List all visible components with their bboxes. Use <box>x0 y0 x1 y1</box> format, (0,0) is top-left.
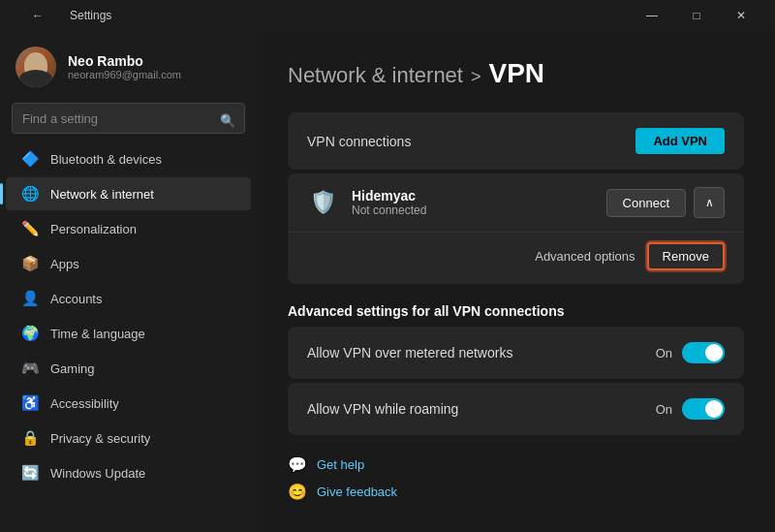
sidebar-item-apps[interactable]: 📦 Apps <box>6 247 251 280</box>
get-help-icon: 💬 <box>288 454 307 474</box>
sidebar-item-network[interactable]: 🌐 Network & internet <box>6 177 251 210</box>
avatar <box>16 47 56 87</box>
give-feedback-link[interactable]: 😊 Give feedback <box>288 482 744 501</box>
sidebar-item-gaming[interactable]: 🎮 Gaming <box>6 352 251 385</box>
vpn-advanced-row: Advanced options Remove <box>288 232 744 284</box>
personalization-icon: ✏️ <box>21 220 39 237</box>
vpn-connections-card: VPN connections Add VPN <box>288 112 744 170</box>
sidebar-item-label: Personalization <box>50 222 137 236</box>
app-title: Settings <box>70 9 111 22</box>
metered-toggle-status: On <box>656 346 672 360</box>
privacy-icon: 🔒 <box>21 429 39 447</box>
breadcrumb-separator: > <box>471 67 481 87</box>
window-controls: — □ ✕ <box>630 0 763 31</box>
vpn-item-main-row: 🛡️ Hidemyac Not connected Connect ∧ <box>288 173 744 232</box>
metered-network-label: Allow VPN over metered networks <box>307 345 512 360</box>
search-input[interactable] <box>12 103 245 134</box>
back-button[interactable]: ← <box>16 0 60 31</box>
user-profile[interactable]: Neo Rambo neoram969@gmail.com <box>0 31 257 99</box>
maximize-button[interactable]: □ <box>674 0 719 31</box>
sidebar-item-privacy[interactable]: 🔒 Privacy & security <box>6 422 251 454</box>
sidebar-item-label: Accessibility <box>50 396 119 411</box>
sidebar-item-label: Time & language <box>50 327 145 341</box>
sidebar-item-time[interactable]: 🌍 Time & language <box>6 317 251 350</box>
user-name: Neo Rambo <box>68 53 181 69</box>
metered-toggle-right: On <box>656 342 725 363</box>
sidebar-item-bluetooth[interactable]: 🔷 Bluetooth & devices <box>6 142 251 175</box>
sidebar-item-label: Windows Update <box>50 466 145 481</box>
roaming-row: Allow VPN while roaming On <box>288 383 744 435</box>
breadcrumb-parent: Network & internet <box>288 63 463 88</box>
content-area: Network & internet > VPN VPN connections… <box>257 31 775 532</box>
accessibility-icon: ♿ <box>21 394 39 412</box>
search-container: 🔍 <box>0 99 257 141</box>
roaming-toggle-right: On <box>656 398 725 420</box>
vpn-item-left: 🛡️ Hidemyac Not connected <box>307 187 426 218</box>
metered-network-row: Allow VPN over metered networks On <box>288 327 744 379</box>
vpn-item-info: Hidemyac Not connected <box>352 188 426 217</box>
close-button[interactable]: ✕ <box>719 0 763 31</box>
sidebar-item-label: Privacy & security <box>50 431 150 446</box>
vpn-status: Not connected <box>352 203 426 217</box>
sidebar: Neo Rambo neoram969@gmail.com 🔍 🔷 Blueto… <box>0 31 257 532</box>
get-help-link[interactable]: 💬 Get help <box>288 454 744 474</box>
titlebar-left: ← Settings <box>16 0 111 31</box>
user-info: Neo Rambo neoram969@gmail.com <box>68 53 181 80</box>
advanced-options-label: Advanced options <box>535 249 635 264</box>
page-header: Network & internet > VPN <box>288 58 744 89</box>
vpn-connections-row: VPN connections Add VPN <box>288 112 744 170</box>
accounts-icon: 👤 <box>21 290 39 307</box>
minimize-button[interactable]: — <box>630 0 674 31</box>
app-body: Neo Rambo neoram969@gmail.com 🔍 🔷 Blueto… <box>0 31 775 532</box>
vpn-shield-icon: 🛡️ <box>307 187 338 218</box>
network-icon: 🌐 <box>21 185 39 203</box>
get-help-label: Get help <box>317 457 364 472</box>
remove-button[interactable]: Remove <box>647 242 725 270</box>
chevron-up-icon: ∧ <box>705 196 714 209</box>
page-title: VPN <box>488 58 544 89</box>
add-vpn-button[interactable]: Add VPN <box>636 128 725 154</box>
help-links: 💬 Get help 😊 Give feedback <box>288 454 744 501</box>
sidebar-item-label: Bluetooth & devices <box>50 152 162 167</box>
sidebar-item-accounts[interactable]: 👤 Accounts <box>6 282 251 315</box>
gaming-icon: 🎮 <box>21 360 39 377</box>
sidebar-item-accessibility[interactable]: ♿ Accessibility <box>6 387 251 420</box>
sidebar-item-label: Apps <box>50 257 79 271</box>
apps-icon: 📦 <box>21 255 39 272</box>
sidebar-item-label: Gaming <box>50 361 95 376</box>
vpn-connections-label: VPN connections <box>307 134 411 149</box>
sidebar-item-label: Accounts <box>50 292 102 306</box>
sidebar-item-update[interactable]: 🔄 Windows Update <box>6 456 251 489</box>
give-feedback-label: Give feedback <box>317 485 397 499</box>
roaming-toggle-status: On <box>656 402 672 417</box>
roaming-label: Allow VPN while roaming <box>307 401 458 417</box>
update-icon: 🔄 <box>21 464 39 482</box>
user-email: neoram969@gmail.com <box>68 69 181 80</box>
sidebar-item-personalization[interactable]: ✏️ Personalization <box>6 212 251 245</box>
sidebar-item-label: Network & internet <box>50 187 154 202</box>
vpn-item-card: 🛡️ Hidemyac Not connected Connect ∧ Adva… <box>288 173 744 284</box>
metered-network-toggle[interactable] <box>682 342 725 363</box>
vpn-expand-button[interactable]: ∧ <box>694 187 725 218</box>
vpn-item-right: Connect ∧ <box>606 187 725 218</box>
connect-button[interactable]: Connect <box>606 189 686 217</box>
give-feedback-icon: 😊 <box>288 482 307 501</box>
bluetooth-icon: 🔷 <box>21 150 39 168</box>
roaming-toggle[interactable] <box>682 398 725 420</box>
advanced-settings-header: Advanced settings for all VPN connection… <box>288 303 744 319</box>
titlebar: ← Settings — □ ✕ <box>0 0 775 31</box>
time-icon: 🌍 <box>21 325 39 342</box>
vpn-name: Hidemyac <box>352 188 426 203</box>
